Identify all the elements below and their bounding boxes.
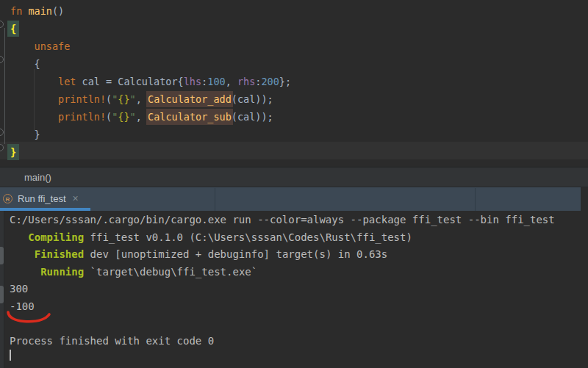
console-line: Finished dev [unoptimized + debuginfo] t… xyxy=(10,246,555,264)
func-token: Calculator_sub xyxy=(146,109,233,125)
tab-bar-right-cap xyxy=(581,187,588,212)
plain-token: () xyxy=(52,5,64,17)
code-line: } xyxy=(10,126,291,143)
console-output[interactable]: C:/Users/sssan/.cargo/bin/cargo.exe run … xyxy=(0,211,588,368)
red-underline-annotation xyxy=(0,309,74,328)
keyword-token: unsafe xyxy=(35,40,71,52)
fold-end-icon[interactable] xyxy=(0,129,4,136)
toolbar-button-fragment[interactable] xyxy=(0,247,4,264)
code-line: println!("{}", Calculator_add(cal)); xyxy=(10,90,291,108)
text-token: Process finished with exit code 0 xyxy=(10,335,214,347)
plain-token: ( xyxy=(106,111,112,123)
string-token: " xyxy=(130,93,136,105)
code-line: let cal = Calculator{lhs:100, rhs:200}; xyxy=(10,73,291,90)
console-lines: C:/Users/sssan/.cargo/bin/cargo.exe run … xyxy=(10,212,555,350)
console-line: 300 xyxy=(10,281,555,298)
text-token xyxy=(10,248,35,260)
text-token: ffi_test v0.1.0 (C:\Users\sssan\Codes\Ru… xyxy=(84,231,412,243)
code-line: fn main() xyxy=(10,2,291,20)
console-line: C:/Users/sssan/.cargo/bin/cargo.exe run … xyxy=(10,212,555,229)
escape-token: {} xyxy=(118,93,129,105)
func-token: Calculator_add xyxy=(146,91,233,107)
text-token xyxy=(10,231,28,243)
run-tool-window-tab-bar: R Run ffi_test × xyxy=(0,187,588,211)
console-line: -100 xyxy=(10,298,555,316)
plain-token: } xyxy=(10,129,40,140)
braceMatch-token: } xyxy=(7,144,19,160)
rust-logo-icon: R xyxy=(3,194,12,203)
console-line: Process finished with exit code 0 xyxy=(10,333,555,350)
escape-token: {} xyxy=(118,111,129,123)
green-token: Finished xyxy=(35,248,84,260)
tab-label: Run ffi_test xyxy=(18,193,66,204)
plain-token xyxy=(10,76,58,87)
code-line: { xyxy=(10,20,291,37)
console-line xyxy=(10,315,555,333)
plain-token xyxy=(10,111,58,123)
plain-token: cal = Calculator{ xyxy=(82,76,184,87)
green-token: Compiling xyxy=(28,231,84,243)
keyword-token: println! xyxy=(58,111,106,123)
breadcrumb-main[interactable]: main() xyxy=(24,172,51,183)
code-line: println!("{}", Calculator_sub(cal)); xyxy=(10,108,291,126)
close-icon[interactable]: × xyxy=(73,192,79,204)
text-token xyxy=(10,266,40,278)
fold-region-line xyxy=(4,28,5,144)
code-line: unsafe xyxy=(10,37,291,55)
code-line: { xyxy=(10,55,291,73)
fold-collapse-icon[interactable] xyxy=(0,56,4,63)
ide-window: fn main(){ unsafe { let cal = Calculator… xyxy=(0,0,588,368)
console-line: Compiling ffi_test v0.1.0 (C:\Users\sssa… xyxy=(10,229,555,247)
tab-bar-divider xyxy=(475,188,476,212)
text-token: `target\debug\ffi_test.exe` xyxy=(84,266,257,278)
field-token: lhs xyxy=(184,76,201,87)
func-token: main xyxy=(28,5,52,17)
text-token: dev [unoptimized + debuginfo] target(s) … xyxy=(84,248,387,260)
plain-token xyxy=(10,93,58,105)
plain-token xyxy=(10,40,35,52)
green-token: Running xyxy=(40,266,84,278)
breadcrumb: main() xyxy=(0,167,588,187)
plain-token: }; xyxy=(279,76,291,87)
plain-token: ( xyxy=(106,93,112,105)
tab-run-ffi-test[interactable]: R Run ffi_test × xyxy=(0,188,79,209)
tab-bar-divider xyxy=(215,188,215,212)
keyword-token: println! xyxy=(58,93,106,105)
fold-collapse-icon[interactable] xyxy=(0,21,4,28)
number-token: 100 xyxy=(207,76,225,87)
string-token: " xyxy=(130,111,136,123)
console-caret xyxy=(10,350,11,361)
red-underline-stroke xyxy=(8,312,49,322)
console-line: Running `target\debug\ffi_test.exe` xyxy=(10,264,555,281)
field-token: rhs xyxy=(237,76,255,87)
code-lines: fn main(){ unsafe { let cal = Calculator… xyxy=(10,2,291,161)
toolbar-button-fragment[interactable] xyxy=(0,286,4,303)
text-token: 300 xyxy=(10,283,28,295)
toolbar-edge xyxy=(0,211,4,368)
keyword-token: let xyxy=(58,76,82,87)
plain-token: (cal)); xyxy=(232,93,273,105)
code-editor[interactable]: fn main(){ unsafe { let cal = Calculator… xyxy=(0,0,588,167)
braceMatch-token: { xyxy=(7,21,19,37)
plain-token: , xyxy=(226,76,237,87)
code-line: } xyxy=(10,143,291,161)
keyword-token: fn xyxy=(10,5,28,17)
text-token: C:/Users/sssan/.cargo/bin/cargo.exe run … xyxy=(10,214,555,226)
plain-token: { xyxy=(10,58,40,70)
number-token: 200 xyxy=(261,76,279,87)
plain-token: (cal)); xyxy=(232,111,273,123)
